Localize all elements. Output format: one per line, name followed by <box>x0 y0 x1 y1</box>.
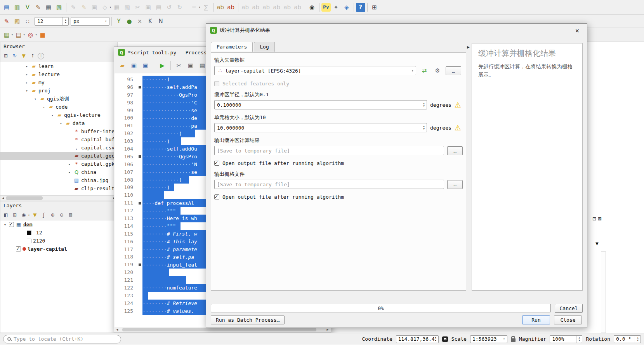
georeferencer-icon[interactable]: ▧ <box>54 2 64 12</box>
change-label-icon[interactable]: ab <box>293 2 303 12</box>
expand-all-icon[interactable]: ⊕ <box>49 211 57 219</box>
browser-tree-item[interactable]: ▸ ▰ my <box>0 78 117 87</box>
undo-icon[interactable]: ↺ <box>164 2 174 12</box>
spinner[interactable]: ▲▼ <box>421 101 427 109</box>
redo-icon[interactable]: ↻ <box>175 2 185 12</box>
spinner[interactable]: ▲▼ <box>62 17 68 25</box>
scroll-thumb[interactable] <box>6 196 43 200</box>
nominatim-search-icon[interactable]: ◉ <box>307 2 317 12</box>
locate-input[interactable] <box>14 336 117 342</box>
rotation-input[interactable] <box>616 336 633 342</box>
browser-tree-item[interactable]: ▾ ▰ data <box>0 119 117 127</box>
statistical-summary-icon[interactable]: ∑ <box>201 2 211 12</box>
filter-browser-icon[interactable]: ▼ <box>20 52 28 60</box>
iterate-over-layer-icon[interactable]: ⇄ <box>419 66 429 76</box>
collapse-all-icon[interactable]: ↑ <box>29 52 36 60</box>
browser-tree-item[interactable]: , capital.csv <box>0 144 117 152</box>
manage-themes-icon[interactable]: ◉ <box>20 211 28 219</box>
expander-icon[interactable]: ▸ <box>24 64 29 68</box>
vertex-tool-icon[interactable]: ◇ <box>100 2 110 12</box>
spinner[interactable]: ▲▼ <box>421 123 427 132</box>
font-size-input[interactable] <box>37 18 61 24</box>
cut-icon[interactable]: ✂ <box>174 61 184 71</box>
browser-tree-item[interactable]: ▾ ▰ qgis培训 <box>0 95 117 103</box>
paste-features-icon[interactable]: ▤ <box>154 2 164 12</box>
warning-icon[interactable]: ⚠ <box>455 123 461 132</box>
new-vector-layer-icon[interactable]: V <box>23 2 33 12</box>
browser-tree-item[interactable]: ▰ clip-result. <box>0 184 117 192</box>
help-icon[interactable]: ? <box>356 3 365 12</box>
layer-labeling-icon[interactable]: ab <box>215 2 226 12</box>
toggle-editing-icon[interactable]: ✎ <box>79 2 89 12</box>
expander-icon[interactable]: ▾ <box>3 223 7 227</box>
tracing-icon[interactable]: Y <box>114 16 124 26</box>
raster-output-browse-button[interactable]: … <box>447 180 463 189</box>
batch-process-button[interactable]: Run as Batch Process… <box>211 315 285 324</box>
tab-parameters[interactable]: Parameters <box>211 42 253 52</box>
open-script-icon[interactable]: ▰ <box>117 61 127 71</box>
highlight-labels-icon[interactable]: ab <box>240 2 250 12</box>
layer-item[interactable]: -12 <box>0 229 117 237</box>
advanced-options-icon[interactable]: ⚙ <box>432 66 443 76</box>
input-vector-combo[interactable]: ∴ layer-capital [EPSG:4326] ▾ <box>214 66 416 75</box>
spinner[interactable]: ▲▼ <box>576 336 582 343</box>
collapse-help-icon[interactable]: ▶ <box>467 45 470 50</box>
snap-segment-icon[interactable]: N <box>156 16 166 26</box>
scroll-left-icon[interactable]: ◀ <box>115 328 120 331</box>
unit-select[interactable]: px ▾ <box>71 17 109 26</box>
fold-marker-icon[interactable] <box>139 202 141 205</box>
scale-lock-icon[interactable] <box>511 338 516 342</box>
new-map-view-icon[interactable]: ▤ <box>2 2 12 12</box>
magnifier-input[interactable] <box>552 336 575 342</box>
fold-marker-icon[interactable] <box>139 263 141 266</box>
color-swatch-icon[interactable]: ■ <box>37 30 47 40</box>
expander-icon[interactable]: ▾ <box>59 121 63 125</box>
copy-features-icon[interactable]: ▣ <box>143 2 153 12</box>
scroll-left-icon[interactable]: ◀ <box>0 196 6 200</box>
metasearch-icon[interactable]: ◈ <box>342 2 352 12</box>
python-console-icon[interactable]: Py <box>321 3 331 12</box>
dock-close-icon[interactable]: ⊠ <box>598 216 602 222</box>
modify-attributes-icon[interactable]: ▦ <box>112 2 122 12</box>
field-calculator-icon[interactable]: ▤ <box>14 30 24 40</box>
dropdown-caret-icon[interactable]: ▾ <box>35 33 37 36</box>
browser-tree-item[interactable]: ▨ china.jpg <box>0 176 117 184</box>
add-selected-layers-icon[interactable]: ⊞ <box>2 52 10 60</box>
spinner[interactable]: ▲▼ <box>635 336 641 343</box>
expander-icon[interactable]: ▸ <box>67 170 72 174</box>
current-edits-icon[interactable]: ✎ <box>68 2 78 12</box>
cancel-digitizing-icon[interactable]: × <box>135 16 145 26</box>
buffer-output-path-input[interactable] <box>217 148 441 154</box>
expander-icon[interactable]: ▸ <box>24 73 29 76</box>
tab-log[interactable]: Log <box>254 42 274 52</box>
browser-tree-item[interactable]: ▾ ▰ proj <box>0 87 117 95</box>
overview-dropdown-icon[interactable]: ▼ <box>595 241 599 246</box>
dropdown-caret-icon[interactable]: ▾ <box>23 33 25 36</box>
dropdown-caret-icon[interactable]: ▾ <box>11 33 13 36</box>
warning-icon[interactable]: ⚠ <box>455 101 461 109</box>
filter-expression-icon[interactable]: ƒ <box>40 211 48 219</box>
delete-selected-icon[interactable]: ▧ <box>122 2 132 12</box>
close-button[interactable]: Close <box>554 315 582 324</box>
fold-marker-icon[interactable] <box>139 86 141 88</box>
attribute-table-icon[interactable]: ▦ <box>2 30 12 40</box>
buffer-radius-input[interactable] <box>217 102 419 108</box>
expander-icon[interactable]: ▸ <box>67 162 72 166</box>
fold-marker-icon[interactable] <box>139 155 141 158</box>
digitize-circle-icon[interactable]: ● <box>124 16 134 26</box>
processing-model-icon[interactable]: ✦ <box>331 2 341 12</box>
open-raster-output-checkbox[interactable] <box>214 194 219 199</box>
dock-float-icon[interactable]: ⊡ <box>592 216 596 222</box>
expander-icon[interactable]: ▾ <box>50 113 55 117</box>
add-group-icon[interactable]: ⊞ <box>11 211 19 219</box>
close-icon[interactable]: × <box>571 26 583 35</box>
selected-features-checkbox[interactable] <box>214 81 219 86</box>
layer-checkbox[interactable] <box>16 246 21 251</box>
layer-diagram-icon[interactable]: ab <box>226 2 236 12</box>
dropdown-caret-icon[interactable]: ▾ <box>28 213 30 217</box>
move-label-icon[interactable]: ab <box>272 2 282 12</box>
print-layout-icon[interactable]: ▦ <box>43 2 54 12</box>
side-scrollbar[interactable] <box>601 251 606 333</box>
scale-combo[interactable]: 1:563923 ▾ <box>470 335 507 343</box>
layer-item[interactable]: 2120 <box>0 237 117 245</box>
